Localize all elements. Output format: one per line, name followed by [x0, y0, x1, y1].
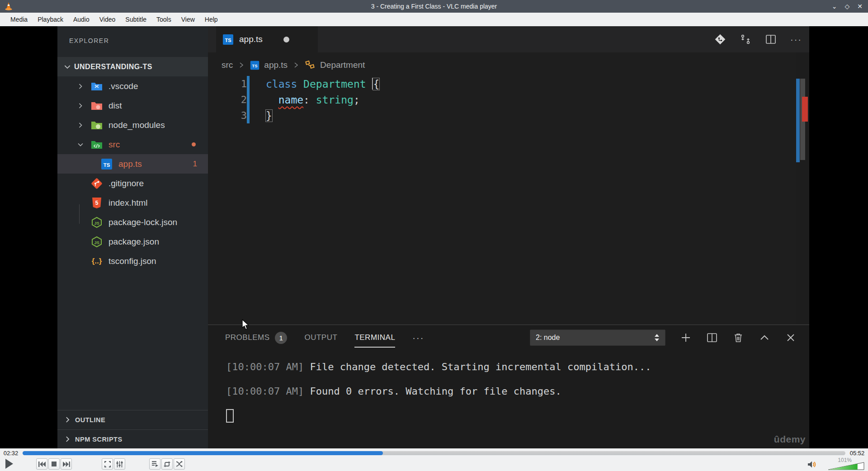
breadcrumb-file[interactable]: app.ts: [264, 60, 288, 70]
tree-item-tsconfig[interactable]: {..} tsconfig.json: [57, 251, 208, 271]
line-number: 2: [208, 94, 247, 105]
folder-node-modules-icon: [90, 120, 103, 130]
vlc-control-bar: 02:32 05:52 101%: [0, 448, 868, 471]
more-actions-icon[interactable]: ···: [790, 34, 802, 45]
extended-settings-button[interactable]: [114, 458, 125, 470]
breadcrumb-symbol[interactable]: Department: [320, 60, 365, 70]
volume-slider[interactable]: [828, 462, 864, 470]
code-line-1: 1 class Department {: [208, 76, 809, 92]
file-label: package.json: [108, 237, 159, 247]
file-label: src: [108, 140, 120, 150]
code-class-name: Department: [303, 78, 366, 90]
editor-area: TS app.ts ··· src TS app.ts Departm: [208, 26, 809, 325]
overview-ruler[interactable]: [796, 52, 809, 325]
panel-controls: 2: node: [530, 325, 797, 350]
code-type: string: [316, 94, 354, 106]
menu-media[interactable]: Media: [5, 16, 33, 23]
tab-label: app.ts: [239, 34, 263, 44]
play-button[interactable]: [4, 458, 14, 470]
volume-icon[interactable]: [807, 461, 817, 468]
split-editor-icon[interactable]: [765, 33, 777, 45]
vscode-window: EXPLORER UNDERSTANDING-TS .vscode dist: [57, 26, 809, 448]
breadcrumb-folder[interactable]: src: [222, 60, 233, 70]
svg-text:TS: TS: [225, 37, 231, 42]
explorer-root-folder[interactable]: UNDERSTANDING-TS: [57, 57, 208, 76]
close-panel-icon[interactable]: [785, 332, 797, 344]
file-label: node_modules: [108, 120, 165, 130]
code-line-3: 3 }: [208, 108, 809, 123]
new-terminal-icon[interactable]: [680, 332, 692, 344]
stop-button[interactable]: [48, 458, 60, 470]
total-time: 05:52: [846, 450, 868, 457]
tab-problems[interactable]: PROBLEMS 1: [225, 325, 287, 350]
fullscreen-button[interactable]: [102, 458, 113, 470]
terminal-select[interactable]: 2: node: [530, 330, 665, 346]
editor-actions: ···: [714, 26, 802, 52]
panel-more-icon[interactable]: ···: [412, 325, 424, 350]
udemy-watermark: ûdemy: [774, 434, 806, 445]
section-npm-scripts[interactable]: NPM SCRIPTS: [57, 429, 208, 448]
git-file-icon: [90, 178, 103, 189]
svg-text:JS: JS: [94, 220, 99, 225]
tab-terminal[interactable]: TERMINAL: [354, 325, 395, 350]
chevron-right-icon: [64, 416, 71, 424]
unsaved-dot-icon[interactable]: [283, 37, 289, 42]
menu-subtitle[interactable]: Subtitle: [120, 16, 151, 23]
code-editor[interactable]: 1 class Department { 2 name: string; 3 }: [208, 76, 809, 123]
playlist-button[interactable]: [149, 458, 160, 470]
tree-item-node-modules[interactable]: node_modules: [57, 115, 208, 135]
maximize-panel-icon[interactable]: [759, 332, 770, 344]
tree-item-vscode[interactable]: .vscode: [57, 76, 208, 96]
open-changes-icon[interactable]: [714, 33, 726, 45]
tree-item-package-json[interactable]: JS package.json: [57, 232, 208, 251]
menu-view[interactable]: View: [176, 16, 200, 23]
menu-playback[interactable]: Playback: [33, 16, 68, 23]
minimize-icon[interactable]: ⌄: [832, 3, 837, 9]
root-folder-label: UNDERSTANDING-TS: [74, 63, 152, 71]
file-tree: .vscode dist node_modules src: [57, 76, 208, 271]
shuffle-button[interactable]: [174, 458, 185, 470]
panel-tabs: PROBLEMS 1 OUTPUT TERMINAL ···: [208, 325, 424, 350]
menu-video[interactable]: Video: [94, 16, 121, 23]
close-icon[interactable]: ✕: [857, 3, 863, 9]
select-spinner-icon: [654, 333, 660, 342]
line-number: 3: [208, 110, 247, 121]
tab-output[interactable]: OUTPUT: [304, 325, 337, 350]
git-compare-icon[interactable]: [740, 33, 751, 45]
next-button[interactable]: [61, 458, 72, 470]
tree-item-index-html[interactable]: 5 index.html: [57, 193, 208, 212]
menu-help[interactable]: Help: [200, 16, 223, 23]
vlc-cone-icon: [5, 2, 13, 11]
kill-terminal-icon[interactable]: [732, 332, 744, 344]
menu-audio[interactable]: Audio: [68, 16, 94, 23]
editor-tabbar: TS app.ts ···: [208, 26, 809, 52]
code-property-error: name: [278, 94, 303, 106]
tab-app-ts[interactable]: TS app.ts: [216, 26, 318, 52]
tree-item-app-ts[interactable]: TS app.ts 1: [57, 154, 208, 174]
tree-item-gitignore[interactable]: .gitignore: [57, 174, 208, 193]
split-terminal-icon[interactable]: [706, 332, 718, 344]
typescript-file-icon: TS: [100, 158, 113, 170]
file-label: .gitignore: [108, 179, 144, 188]
terminal-line: [10:00:07 AM] File change detected. Star…: [226, 361, 769, 372]
nodejs-file-icon: JS: [90, 236, 103, 248]
file-label: package-lock.json: [108, 217, 177, 227]
tree-item-dist[interactable]: dist: [57, 96, 208, 115]
menu-tools[interactable]: Tools: [151, 16, 176, 23]
tree-item-src[interactable]: src: [57, 135, 208, 154]
video-frame[interactable]: EXPLORER UNDERSTANDING-TS .vscode dist: [0, 26, 868, 448]
chevron-down-icon: [77, 141, 90, 148]
seek-slider[interactable]: [23, 451, 845, 455]
html-file-icon: 5: [90, 197, 103, 209]
tab-label: PROBLEMS: [225, 333, 269, 342]
svg-text:TS: TS: [104, 162, 110, 167]
code-brace: {: [373, 78, 380, 90]
previous-button[interactable]: [36, 458, 47, 470]
section-outline[interactable]: OUTLINE: [57, 410, 208, 429]
chevron-down-icon: [63, 63, 71, 71]
line-number: 1: [208, 78, 247, 89]
loop-button[interactable]: [161, 458, 173, 470]
tree-item-package-lock[interactable]: JS package-lock.json: [57, 212, 208, 232]
terminal-message: Found 0 errors. Watching for file change…: [304, 386, 561, 397]
maximize-icon[interactable]: ◇: [844, 3, 849, 9]
